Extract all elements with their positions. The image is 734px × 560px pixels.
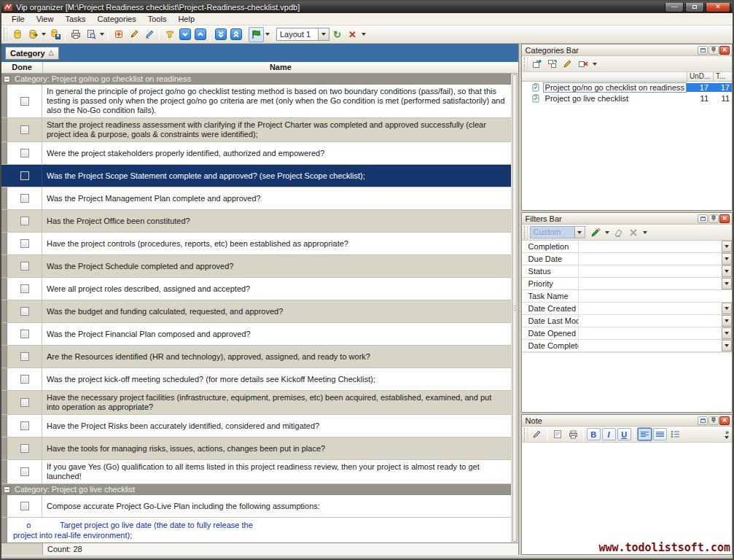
task-row[interactable]: Was the project kick-off meeting schedul…	[1, 368, 511, 391]
category-group-row[interactable]: Category: Project go/no go checklist on …	[1, 74, 511, 85]
filter-dropdown-button[interactable]	[722, 253, 732, 265]
categories-toolbar-caret[interactable]	[593, 63, 597, 66]
delete-layout-button[interactable]: ✕	[345, 27, 360, 42]
note-content[interactable]: www.todolistsoft.com	[522, 443, 732, 554]
filters-pin-button[interactable]	[708, 214, 719, 223]
move-task-top-button[interactable]	[228, 27, 243, 42]
task-row[interactable]: Was the Project Financial Plan composed …	[1, 323, 511, 346]
task-row[interactable]: Have the tools for managing risks, issue…	[1, 438, 511, 460]
edit-filter-caret[interactable]	[605, 231, 609, 234]
column-header-name[interactable]: Name	[43, 62, 518, 73]
layout-select-caret[interactable]	[318, 28, 329, 40]
menu-item-view[interactable]: View	[31, 14, 60, 24]
collapse-icon[interactable]	[4, 76, 10, 82]
categories-pin-button[interactable]	[708, 46, 719, 55]
task-row[interactable]: Have the Project Risks been accurately i…	[1, 415, 511, 438]
task-row[interactable]: Are the Resources identified (HR and tec…	[1, 346, 511, 368]
done-checkbox[interactable]	[20, 194, 29, 203]
done-checkbox[interactable]	[20, 171, 29, 180]
print-button[interactable]	[68, 27, 83, 42]
edit-filter-button[interactable]	[588, 225, 604, 240]
filter-dropdown-button[interactable]	[722, 315, 732, 327]
underline-button[interactable]: U	[617, 428, 631, 440]
task-row[interactable]: Compose accurate Project Go-Live Plan in…	[1, 495, 511, 518]
toolbar-overflow-caret[interactable]	[362, 33, 366, 36]
note-toolbar-overflow[interactable]: »	[723, 429, 730, 439]
task-row[interactable]: Have the project controls (procedures, r…	[1, 233, 511, 255]
note-pin-button[interactable]	[708, 416, 719, 425]
edit-note-button[interactable]	[530, 427, 545, 442]
complete-task-button[interactable]	[141, 27, 157, 42]
flag-filter-caret[interactable]	[265, 33, 270, 36]
filter-dropdown-button[interactable]	[722, 340, 732, 351]
group-by-category-button[interactable]: Category △	[5, 47, 59, 60]
filter-dropdown-button[interactable]	[722, 241, 732, 252]
done-checkbox[interactable]	[20, 125, 29, 134]
filters-toolbar-caret[interactable]	[643, 231, 647, 234]
new-task-button[interactable]	[111, 27, 126, 42]
filter-button[interactable]	[162, 27, 177, 42]
done-checkbox[interactable]	[20, 217, 29, 225]
task-row[interactable]: Has the Project Office been constituted?	[1, 210, 511, 233]
filter-dropdown-button[interactable]	[722, 303, 732, 314]
toolbar-grip[interactable]	[4, 28, 7, 41]
delete-filter-button[interactable]	[626, 225, 641, 240]
done-checkbox[interactable]	[20, 375, 29, 384]
edit-category-button[interactable]	[561, 56, 576, 71]
categories-restore-button[interactable]	[698, 46, 708, 55]
open-database-caret[interactable]	[42, 33, 46, 36]
filters-restore-button[interactable]	[698, 214, 708, 223]
minimize-button[interactable]: —	[665, 3, 684, 12]
maximize-button[interactable]	[685, 3, 704, 12]
note-print-button[interactable]	[566, 427, 581, 442]
task-row[interactable]: Was the budget and funding calculated, r…	[1, 300, 511, 323]
collapse-icon[interactable]	[4, 486, 10, 493]
done-checkbox[interactable]	[20, 502, 29, 510]
align-justify-button[interactable]	[653, 428, 667, 440]
note-restore-button[interactable]	[698, 416, 708, 425]
move-task-down-button[interactable]	[177, 27, 192, 42]
save-database-button[interactable]	[47, 27, 63, 42]
filter-value[interactable]	[579, 327, 722, 339]
categories-close-button[interactable]: ✕	[719, 46, 730, 55]
note-toolbar-grip[interactable]	[524, 428, 528, 441]
menu-item-file[interactable]: File	[6, 14, 31, 24]
done-checkbox[interactable]	[20, 330, 29, 338]
edit-task-button[interactable]	[126, 27, 141, 42]
filter-value[interactable]	[579, 315, 722, 327]
new-database-button[interactable]	[9, 27, 25, 42]
done-checkbox[interactable]	[20, 239, 29, 248]
note-close-button[interactable]: ✕	[719, 416, 730, 425]
task-row[interactable]: Were all project roles described, assign…	[1, 278, 511, 300]
menu-item-tasks[interactable]: Tasks	[59, 14, 91, 24]
filter-preset-select[interactable]: Custom	[530, 226, 585, 238]
done-checkbox[interactable]	[20, 262, 29, 271]
filters-toolbar-grip[interactable]	[524, 226, 528, 239]
task-row[interactable]: If you gave Yes (Go) qualification to al…	[1, 460, 511, 484]
filter-value[interactable]	[579, 278, 722, 289]
filter-dropdown-button[interactable]	[722, 265, 732, 277]
menu-item-help[interactable]: Help	[172, 14, 200, 24]
vertical-scrollbar[interactable]	[511, 74, 518, 542]
column-header-total[interactable]: T...	[713, 72, 732, 81]
bullet-list-button[interactable]	[668, 428, 682, 440]
delete-category-button[interactable]	[576, 56, 591, 71]
menu-item-tools[interactable]: Tools	[142, 14, 173, 24]
note-page-button[interactable]	[550, 427, 566, 442]
column-header-done[interactable]: Done	[1, 62, 43, 73]
task-row[interactable]: Was the Project Schedule completed and a…	[1, 255, 511, 278]
done-checkbox[interactable]	[20, 97, 29, 106]
flag-filter-toggle[interactable]	[249, 27, 264, 42]
filter-value[interactable]	[579, 265, 722, 277]
category-group-row[interactable]: Category: Project go live checklist	[1, 484, 511, 495]
task-row[interactable]: Start the project readiness assessment w…	[1, 118, 511, 142]
filter-value[interactable]	[579, 290, 732, 302]
done-checkbox[interactable]	[20, 467, 29, 476]
scrollbar-thumb[interactable]	[512, 74, 518, 542]
apply-layout-button[interactable]: ↻	[329, 27, 345, 42]
move-task-bottom-button[interactable]	[213, 27, 228, 42]
task-row[interactable]: In general the principle of project go/n…	[1, 85, 511, 118]
categories-toolbar-grip[interactable]	[524, 58, 528, 71]
filters-close-button[interactable]: ✕	[719, 214, 730, 223]
category-item[interactable]: Project go live checklist 11 11	[522, 93, 732, 104]
